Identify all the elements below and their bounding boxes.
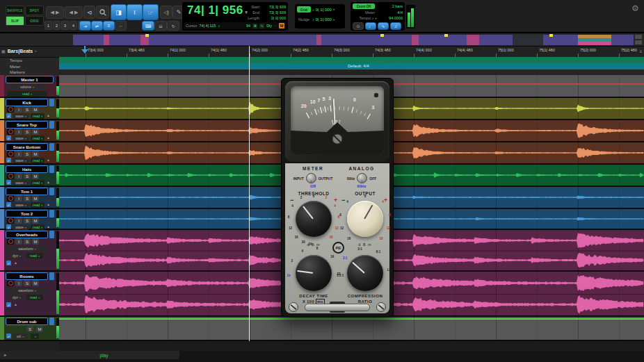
markers-ruler-label[interactable]: Markers+ bbox=[0, 69, 59, 75]
metronome-button[interactable]: ♩ bbox=[365, 22, 376, 30]
track-view-selector[interactable]: wave▾ bbox=[13, 158, 29, 163]
record-arm-button[interactable] bbox=[7, 195, 14, 201]
track-name[interactable]: Kick bbox=[6, 99, 48, 106]
session-overview-bar[interactable] bbox=[73, 35, 634, 45]
collapse-triangle-icon[interactable]: ▲ bbox=[47, 180, 50, 184]
input-monitor-button[interactable]: I bbox=[15, 217, 22, 224]
dyn-view-selector[interactable]: dyn▾ bbox=[10, 253, 24, 258]
count-off-button[interactable]: Count Off bbox=[353, 3, 375, 9]
meter-event-label[interactable]: Default: 4/4 bbox=[348, 64, 369, 68]
mode-shuffle-button[interactable]: SHUFFLE bbox=[6, 6, 24, 15]
automation-mode-selector[interactable]: read▾ bbox=[26, 295, 43, 300]
record-arm-button[interactable] bbox=[7, 129, 14, 135]
trimmer-tool-button[interactable]: ◨ bbox=[111, 4, 127, 20]
track-name[interactable]: Snare Top bbox=[6, 121, 48, 129]
layered-editing-button[interactable]: ↻ bbox=[167, 21, 179, 31]
solo-button[interactable]: S bbox=[24, 195, 31, 201]
track-select-tab[interactable] bbox=[49, 165, 54, 173]
mute-button[interactable]: M bbox=[32, 173, 39, 179]
track-select-tab[interactable] bbox=[49, 143, 54, 151]
record-arm-button[interactable] bbox=[7, 106, 14, 113]
nudge-caret-icon[interactable]: ▾ bbox=[333, 18, 335, 22]
input-monitor-button[interactable]: I bbox=[15, 238, 22, 245]
track-select-tab[interactable] bbox=[49, 188, 54, 195]
track-name[interactable]: Rooms bbox=[6, 272, 48, 280]
scrubber-tool-button[interactable]: ◁) bbox=[160, 6, 172, 19]
markers-lane[interactable] bbox=[59, 69, 644, 75]
dyn-view-selector[interactable]: dyn▾ bbox=[10, 295, 24, 300]
collapse-triangle-icon[interactable]: ▲ bbox=[14, 302, 17, 306]
overview-scroll-up-button[interactable] bbox=[635, 35, 642, 39]
trim-tool-button[interactable]: ⊲ bbox=[83, 6, 95, 19]
track-view-selector[interactable]: wave▾ bbox=[13, 180, 29, 186]
memory-location-marker[interactable] bbox=[444, 34, 448, 37]
timebase-selector[interactable]: ✓ bbox=[6, 334, 11, 338]
track-view-selector[interactable]: vol▾ bbox=[13, 334, 28, 339]
automation-mode-selector[interactable]: read▾ bbox=[31, 224, 45, 230]
track-name[interactable]: Drum sub bbox=[6, 318, 48, 325]
track-select-tab[interactable] bbox=[49, 318, 54, 325]
midi-merge-button[interactable]: ∿ bbox=[378, 22, 389, 30]
memory-location-marker[interactable] bbox=[380, 34, 384, 37]
ruler-name[interactable]: Bars|Beats bbox=[8, 49, 33, 54]
collapse-triangle-icon[interactable]: ▲ bbox=[47, 135, 50, 140]
input-monitor-button[interactable]: I bbox=[15, 280, 22, 286]
ruler-options-icon[interactable]: ± bbox=[640, 49, 642, 54]
solo-button[interactable]: S bbox=[24, 238, 31, 245]
track-view-selector[interactable]: waveform▾ bbox=[7, 288, 47, 293]
grid-value[interactable]: 0| 1| 000 bbox=[316, 8, 332, 12]
keyboard-focus-button[interactable]: ⌨ bbox=[142, 21, 154, 31]
insertion-follows-playback-button[interactable]: ⇄ bbox=[91, 21, 103, 31]
solo-button[interactable]: S bbox=[26, 326, 33, 332]
track-view-selector[interactable]: wave▾ bbox=[13, 135, 29, 141]
nudge-value[interactable]: 0| 1| 000 bbox=[316, 17, 332, 22]
decay-time-knob[interactable] bbox=[296, 255, 332, 291]
timebase-selector[interactable]: ✓ bbox=[6, 261, 11, 265]
analog-switch[interactable] bbox=[357, 173, 367, 183]
track-lane-drum-sub[interactable] bbox=[59, 317, 644, 341]
meter-switch[interactable] bbox=[306, 173, 316, 183]
track-name[interactable]: Overheads bbox=[6, 231, 48, 238]
automation-mode-selector[interactable]: read▾ bbox=[31, 113, 45, 119]
solo-button[interactable]: S bbox=[24, 106, 31, 113]
mute-button[interactable]: M bbox=[32, 151, 39, 157]
collapse-triangle-icon[interactable]: ▲ bbox=[14, 261, 17, 265]
solo-button[interactable]: S bbox=[24, 280, 31, 286]
ruler-caret-icon[interactable]: ▾ bbox=[35, 49, 36, 53]
input-monitor-button[interactable]: I bbox=[15, 195, 22, 201]
collapse-triangle-icon[interactable]: ▲ bbox=[47, 224, 50, 229]
tab-to-transient-button[interactable]: ⇥ bbox=[79, 21, 91, 31]
input-monitor-button[interactable]: I bbox=[15, 173, 22, 179]
timebase-selector[interactable]: ✓ bbox=[6, 224, 11, 229]
toolbar-gear-icon[interactable]: ⚙ bbox=[631, 3, 639, 13]
meter-ruler-label[interactable]: Meter+ bbox=[0, 63, 59, 69]
mode-spot-button[interactable]: SPOT bbox=[25, 6, 44, 15]
grid-caret-icon[interactable]: ▾ bbox=[333, 8, 335, 11]
automation-mode-selector[interactable]: read▾ bbox=[7, 91, 47, 97]
solo-button[interactable]: S bbox=[24, 217, 31, 224]
zoom-preset-3-button[interactable]: 3 bbox=[61, 21, 69, 30]
mute-button[interactable]: M bbox=[32, 195, 39, 201]
track-select-tab[interactable] bbox=[49, 99, 54, 106]
track-view-selector[interactable]: wave▾ bbox=[13, 113, 29, 119]
input-monitor-button[interactable]: I bbox=[15, 106, 22, 113]
collapse-triangle-icon[interactable]: ▲ bbox=[47, 158, 50, 162]
zoom-preset-2-button[interactable]: 2 bbox=[53, 21, 61, 30]
mute-button[interactable]: M bbox=[32, 217, 39, 224]
memory-location-marker[interactable] bbox=[145, 34, 149, 37]
track-view-selector[interactable]: wave▾ bbox=[13, 202, 29, 208]
timebase-selector[interactable]: ✓ bbox=[6, 113, 11, 118]
record-arm-button[interactable] bbox=[7, 217, 14, 224]
input-monitor-button[interactable]: I bbox=[15, 151, 22, 157]
timebase-selector[interactable]: ✓ bbox=[6, 158, 11, 163]
track-select-tab[interactable] bbox=[49, 272, 54, 280]
overview-scroll-down-button[interactable] bbox=[635, 40, 642, 44]
tempo-ruler-label[interactable]: Tempo+ bbox=[0, 57, 59, 63]
track-name[interactable]: Snare Bottom bbox=[6, 143, 48, 151]
record-arm-button[interactable] bbox=[7, 173, 14, 179]
track-view-selector[interactable]: waveform▾ bbox=[7, 246, 47, 252]
solo-button[interactable]: S bbox=[24, 151, 31, 157]
threshold-knob[interactable] bbox=[296, 201, 332, 237]
mode-slip-button[interactable]: SLIP bbox=[6, 16, 24, 26]
automation-follows-edit-button[interactable]: ⊟ bbox=[154, 21, 167, 31]
